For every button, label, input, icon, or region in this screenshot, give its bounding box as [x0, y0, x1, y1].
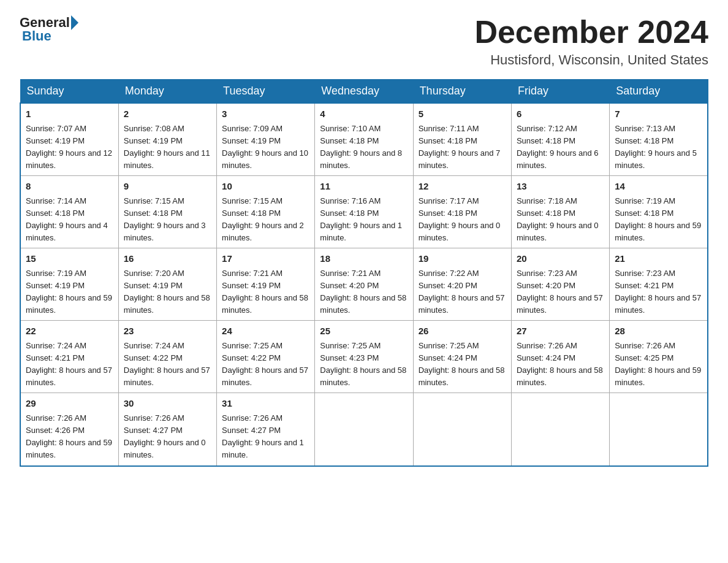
day-info: Sunrise: 7:12 AMSunset: 4:18 PMDaylight:…: [517, 123, 604, 172]
day-number: 19: [419, 252, 506, 266]
day-info: Sunrise: 7:26 AMSunset: 4:25 PMDaylight:…: [615, 340, 702, 389]
day-info: Sunrise: 7:14 AMSunset: 4:18 PMDaylight:…: [26, 195, 113, 245]
calendar-week-row: 1Sunrise: 7:07 AMSunset: 4:19 PMDaylight…: [20, 103, 708, 176]
calendar-cell: 5Sunrise: 7:11 AMSunset: 4:18 PMDaylight…: [413, 103, 511, 176]
column-header-saturday: Saturday: [610, 80, 708, 104]
day-info: Sunrise: 7:15 AMSunset: 4:18 PMDaylight:…: [124, 195, 211, 245]
day-number: 8: [26, 180, 113, 194]
day-info: Sunrise: 7:23 AMSunset: 4:21 PMDaylight:…: [615, 267, 702, 317]
day-info: Sunrise: 7:20 AMSunset: 4:19 PMDaylight:…: [124, 267, 211, 317]
calendar-cell: 12Sunrise: 7:17 AMSunset: 4:18 PMDayligh…: [413, 176, 511, 248]
day-info: Sunrise: 7:26 AMSunset: 4:27 PMDaylight:…: [222, 412, 309, 462]
day-info: Sunrise: 7:26 AMSunset: 4:24 PMDaylight:…: [517, 340, 604, 389]
day-info: Sunrise: 7:25 AMSunset: 4:22 PMDaylight:…: [222, 340, 309, 389]
day-info: Sunrise: 7:13 AMSunset: 4:18 PMDaylight:…: [615, 123, 702, 172]
column-header-sunday: Sunday: [20, 80, 118, 104]
day-info: Sunrise: 7:17 AMSunset: 4:18 PMDaylight:…: [419, 195, 506, 245]
day-number: 11: [320, 180, 408, 194]
day-number: 23: [124, 324, 211, 339]
calendar-cell: 6Sunrise: 7:12 AMSunset: 4:18 PMDaylight…: [511, 103, 609, 176]
calendar-cell: [315, 393, 413, 466]
calendar-cell: 21Sunrise: 7:23 AMSunset: 4:21 PMDayligh…: [610, 248, 708, 321]
day-number: 20: [517, 252, 604, 266]
day-info: Sunrise: 7:11 AMSunset: 4:18 PMDaylight:…: [419, 123, 506, 172]
calendar-cell: [413, 393, 511, 466]
column-header-thursday: Thursday: [413, 80, 511, 104]
day-number: 28: [615, 324, 702, 339]
day-number: 22: [26, 324, 113, 339]
page-header: General Blue December 2024 Hustisford, W…: [20, 15, 708, 68]
column-header-tuesday: Tuesday: [217, 80, 315, 104]
day-number: 30: [124, 397, 211, 411]
day-number: 15: [26, 252, 113, 266]
day-info: Sunrise: 7:08 AMSunset: 4:19 PMDaylight:…: [124, 123, 211, 172]
day-number: 4: [320, 107, 408, 121]
calendar-cell: 8Sunrise: 7:14 AMSunset: 4:18 PMDaylight…: [20, 176, 118, 248]
day-number: 29: [26, 397, 113, 411]
calendar-cell: 20Sunrise: 7:23 AMSunset: 4:20 PMDayligh…: [511, 248, 609, 321]
day-info: Sunrise: 7:22 AMSunset: 4:20 PMDaylight:…: [419, 267, 506, 317]
day-number: 27: [517, 324, 604, 339]
day-number: 1: [26, 107, 113, 121]
column-header-friday: Friday: [511, 80, 609, 104]
calendar-cell: 2Sunrise: 7:08 AMSunset: 4:19 PMDaylight…: [118, 103, 216, 176]
calendar-cell: 22Sunrise: 7:24 AMSunset: 4:21 PMDayligh…: [20, 321, 118, 393]
calendar-week-row: 22Sunrise: 7:24 AMSunset: 4:21 PMDayligh…: [20, 321, 708, 393]
calendar-cell: 17Sunrise: 7:21 AMSunset: 4:19 PMDayligh…: [217, 248, 315, 321]
day-number: 16: [124, 252, 211, 266]
day-info: Sunrise: 7:09 AMSunset: 4:19 PMDaylight:…: [222, 123, 309, 172]
title-block: December 2024 Hustisford, Wisconsin, Uni…: [474, 15, 708, 68]
day-number: 3: [222, 107, 309, 121]
day-number: 10: [222, 180, 309, 194]
calendar-cell: 19Sunrise: 7:22 AMSunset: 4:20 PMDayligh…: [413, 248, 511, 321]
logo-blue-text: Blue: [22, 28, 51, 44]
calendar-cell: 9Sunrise: 7:15 AMSunset: 4:18 PMDaylight…: [118, 176, 216, 248]
day-info: Sunrise: 7:24 AMSunset: 4:21 PMDaylight:…: [26, 340, 113, 389]
location-title: Hustisford, Wisconsin, United States: [474, 52, 708, 68]
day-info: Sunrise: 7:19 AMSunset: 4:18 PMDaylight:…: [615, 195, 702, 245]
calendar-cell: 24Sunrise: 7:25 AMSunset: 4:22 PMDayligh…: [217, 321, 315, 393]
day-info: Sunrise: 7:10 AMSunset: 4:18 PMDaylight:…: [320, 123, 408, 172]
day-number: 18: [320, 252, 408, 266]
day-info: Sunrise: 7:07 AMSunset: 4:19 PMDaylight:…: [26, 123, 113, 172]
day-number: 26: [419, 324, 506, 339]
day-info: Sunrise: 7:18 AMSunset: 4:18 PMDaylight:…: [517, 195, 604, 245]
calendar-cell: 29Sunrise: 7:26 AMSunset: 4:26 PMDayligh…: [20, 393, 118, 466]
day-info: Sunrise: 7:19 AMSunset: 4:19 PMDaylight:…: [26, 267, 113, 317]
day-number: 2: [124, 107, 211, 121]
day-info: Sunrise: 7:16 AMSunset: 4:18 PMDaylight:…: [320, 195, 408, 245]
calendar-cell: 18Sunrise: 7:21 AMSunset: 4:20 PMDayligh…: [315, 248, 413, 321]
day-info: Sunrise: 7:21 AMSunset: 4:19 PMDaylight:…: [222, 267, 309, 317]
calendar-cell: [511, 393, 609, 466]
calendar-cell: 3Sunrise: 7:09 AMSunset: 4:19 PMDaylight…: [217, 103, 315, 176]
day-info: Sunrise: 7:15 AMSunset: 4:18 PMDaylight:…: [222, 195, 309, 245]
calendar-week-row: 8Sunrise: 7:14 AMSunset: 4:18 PMDaylight…: [20, 176, 708, 248]
day-number: 13: [517, 180, 604, 194]
month-title: December 2024: [474, 15, 708, 50]
calendar-cell: 27Sunrise: 7:26 AMSunset: 4:24 PMDayligh…: [511, 321, 609, 393]
day-number: 9: [124, 180, 211, 194]
calendar-cell: 10Sunrise: 7:15 AMSunset: 4:18 PMDayligh…: [217, 176, 315, 248]
calendar-cell: 11Sunrise: 7:16 AMSunset: 4:18 PMDayligh…: [315, 176, 413, 248]
column-header-wednesday: Wednesday: [315, 80, 413, 104]
day-info: Sunrise: 7:25 AMSunset: 4:23 PMDaylight:…: [320, 340, 408, 389]
calendar-cell: 7Sunrise: 7:13 AMSunset: 4:18 PMDaylight…: [610, 103, 708, 176]
calendar-cell: 13Sunrise: 7:18 AMSunset: 4:18 PMDayligh…: [511, 176, 609, 248]
day-number: 31: [222, 397, 309, 411]
day-number: 24: [222, 324, 309, 339]
calendar-cell: 16Sunrise: 7:20 AMSunset: 4:19 PMDayligh…: [118, 248, 216, 321]
calendar-cell: 23Sunrise: 7:24 AMSunset: 4:22 PMDayligh…: [118, 321, 216, 393]
calendar-cell: 14Sunrise: 7:19 AMSunset: 4:18 PMDayligh…: [610, 176, 708, 248]
day-number: 6: [517, 107, 604, 121]
column-header-monday: Monday: [118, 80, 216, 104]
calendar-header-row: SundayMondayTuesdayWednesdayThursdayFrid…: [20, 80, 708, 104]
day-number: 14: [615, 180, 702, 194]
day-number: 21: [615, 252, 702, 266]
day-number: 12: [419, 180, 506, 194]
logo: General Blue: [20, 15, 80, 44]
day-number: 17: [222, 252, 309, 266]
calendar-cell: 25Sunrise: 7:25 AMSunset: 4:23 PMDayligh…: [315, 321, 413, 393]
day-number: 25: [320, 324, 408, 339]
day-info: Sunrise: 7:25 AMSunset: 4:24 PMDaylight:…: [419, 340, 506, 389]
logo-arrow-icon: [71, 15, 78, 30]
